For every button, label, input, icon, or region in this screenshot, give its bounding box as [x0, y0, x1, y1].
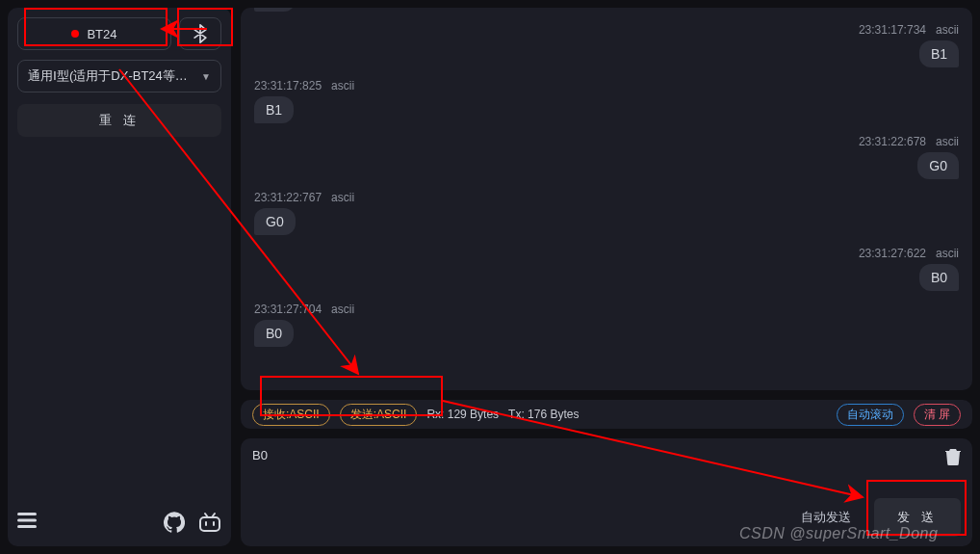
profile-select[interactable]: 通用Ⅰ型(适用于DX-BT24等常见 ▼	[17, 60, 221, 92]
svg-rect-3	[200, 517, 219, 531]
message-meta: 23:31:27:704ascii	[254, 303, 354, 316]
message-meta: 23:31:22:767ascii	[254, 191, 354, 204]
status-bar: 接收:ASCII 发送:ASCII Rx: 129 Bytes Tx: 176 …	[241, 400, 972, 429]
message-bubble: G0	[917, 152, 959, 179]
svg-rect-2	[17, 525, 37, 528]
message-encoding: ascii	[331, 79, 354, 92]
message-meta: 23:31:27:622ascii	[859, 247, 959, 260]
input-panel: B0 自动发送 发 送	[241, 438, 972, 546]
message-bubble: B0	[254, 320, 294, 347]
autoscroll-button[interactable]: 自动滚动	[837, 404, 904, 426]
message-row: 23:31:27:622asciiB0	[254, 247, 959, 291]
message-row: 23:31:27:704asciiB0	[254, 303, 959, 347]
autosend-button[interactable]: 自动发送	[801, 509, 851, 526]
reconnect-button[interactable]: 重 连	[17, 104, 221, 137]
tx-encoding-button[interactable]: 发送:ASCII	[340, 404, 418, 426]
svg-rect-0	[17, 513, 37, 515]
bilibili-icon[interactable]	[198, 512, 221, 533]
chat-panel: G123:31:17:734asciiB123:31:17:825asciiB1…	[241, 8, 972, 390]
message-time: 23:31:22:767	[254, 191, 322, 204]
chevron-down-icon: ▼	[201, 71, 211, 82]
message-encoding: ascii	[936, 247, 959, 260]
svg-rect-1	[17, 518, 37, 521]
trash-icon[interactable]	[945, 448, 961, 469]
bluetooth-icon	[193, 24, 208, 43]
message-row: 23:31:17:825asciiB1	[254, 79, 959, 123]
device-chip[interactable]: BT24	[17, 17, 171, 50]
send-button[interactable]: 发 送	[874, 498, 961, 537]
message-time: 23:31:27:622	[859, 247, 926, 260]
device-name: BT24	[87, 27, 116, 41]
message-meta: 23:31:17:734ascii	[859, 23, 959, 37]
bluetooth-button[interactable]	[179, 17, 221, 50]
message-bubble: G0	[254, 208, 296, 235]
message-encoding: ascii	[331, 303, 354, 316]
message-time: 23:31:27:704	[254, 303, 322, 316]
message-time: 23:31:17:734	[859, 23, 926, 37]
message-bubble: B0	[919, 264, 959, 291]
message-meta: 23:31:17:825ascii	[254, 79, 354, 92]
message-time: 23:31:17:825	[254, 79, 322, 92]
send-input[interactable]: B0	[252, 448, 945, 462]
message-encoding: ascii	[936, 135, 959, 148]
rx-stat: Rx: 129 Bytes	[426, 408, 499, 421]
message-row: 23:31:22:767asciiG0	[254, 191, 959, 235]
message-bubble: B1	[254, 96, 294, 123]
clear-button[interactable]: 清 屏	[914, 404, 961, 426]
rx-encoding-button[interactable]: 接收:ASCII	[252, 404, 330, 426]
message-row: 23:31:17:734asciiB1	[254, 23, 959, 67]
message-bubble: B1	[919, 40, 959, 67]
github-icon[interactable]	[164, 512, 185, 533]
message-row: G1	[254, 8, 959, 12]
status-dot-icon	[71, 30, 79, 38]
message-row: 23:31:22:678asciiG0	[254, 135, 959, 179]
message-time: 23:31:22:678	[859, 135, 926, 148]
menu-icon[interactable]	[17, 513, 37, 533]
profile-label: 通用Ⅰ型(适用于DX-BT24等常见	[28, 67, 196, 85]
message-meta: 23:31:22:678ascii	[859, 135, 959, 148]
message-encoding: ascii	[331, 191, 354, 204]
sidebar: BT24 通用Ⅰ型(适用于DX-BT24等常见 ▼ 重 连	[8, 8, 231, 546]
message-bubble: G1	[254, 8, 296, 12]
message-encoding: ascii	[936, 23, 959, 37]
tx-stat: Tx: 176 Bytes	[508, 408, 579, 421]
